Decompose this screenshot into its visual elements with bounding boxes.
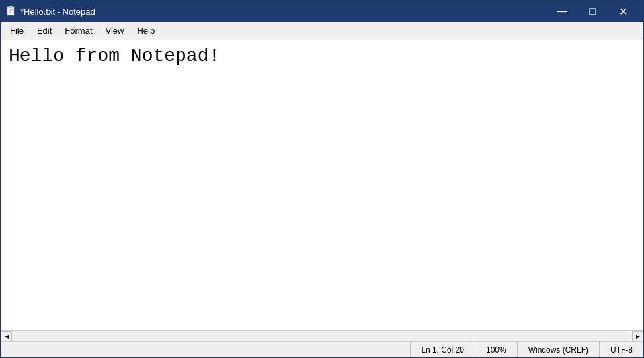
menu-help[interactable]: Help bbox=[130, 23, 161, 38]
scroll-right-button[interactable]: ▶ bbox=[632, 331, 643, 342]
zoom-level: 100% bbox=[475, 342, 517, 357]
minimize-button[interactable]: — bbox=[547, 1, 577, 22]
cursor-position: Ln 1, Col 20 bbox=[410, 342, 475, 357]
menu-edit[interactable]: Edit bbox=[30, 23, 58, 38]
line-ending: Windows (CRLF) bbox=[517, 342, 599, 357]
svg-rect-1 bbox=[9, 6, 13, 8]
window-title: *Hello.txt - Notepad bbox=[20, 7, 95, 17]
menu-bar: File Edit Format View Help bbox=[1, 22, 643, 40]
title-bar: *Hello.txt - Notepad — □ ✕ bbox=[1, 1, 643, 22]
notepad-window: *Hello.txt - Notepad — □ ✕ File Edit For… bbox=[0, 0, 644, 358]
menu-format[interactable]: Format bbox=[58, 23, 99, 38]
maximize-button[interactable]: □ bbox=[577, 1, 608, 22]
encoding: UTF-8 bbox=[599, 342, 643, 357]
window-controls: — □ ✕ bbox=[547, 1, 638, 22]
horizontal-scrollbar[interactable]: ◀ ▶ bbox=[1, 330, 643, 341]
menu-view[interactable]: View bbox=[99, 23, 131, 38]
title-bar-left: *Hello.txt - Notepad bbox=[6, 6, 95, 17]
editor-container bbox=[1, 40, 643, 330]
text-editor[interactable] bbox=[1, 40, 643, 330]
scroll-left-button[interactable]: ◀ bbox=[1, 331, 12, 342]
status-bar: Ln 1, Col 20 100% Windows (CRLF) UTF-8 bbox=[1, 341, 643, 357]
menu-file[interactable]: File bbox=[3, 23, 30, 38]
close-button[interactable]: ✕ bbox=[608, 1, 638, 22]
app-icon bbox=[6, 6, 17, 17]
